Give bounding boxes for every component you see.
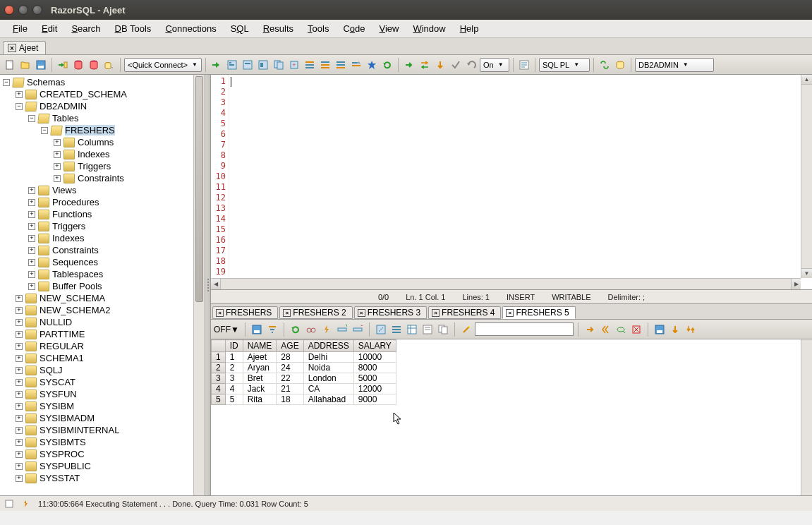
expand-icon[interactable]: + — [16, 367, 23, 374]
expand-icon[interactable]: + — [16, 331, 23, 338]
menu-code[interactable]: Code — [336, 23, 372, 34]
tree-node[interactable]: +PARTTIME — [0, 328, 205, 340]
expand-icon[interactable]: + — [28, 259, 35, 266]
cell[interactable]: 10000 — [353, 352, 396, 363]
lines-icon-2[interactable] — [318, 58, 332, 72]
tree-node[interactable]: +Constraints — [0, 244, 205, 256]
tree-node[interactable]: +SYSPUBLIC — [0, 460, 205, 472]
editor-vscroll[interactable]: ▲▼ — [801, 75, 812, 278]
expand-icon[interactable]: + — [16, 319, 23, 326]
export-icon-3[interactable] — [405, 322, 419, 337]
cell[interactable]: 8000 — [353, 363, 396, 373]
expand-icon[interactable]: + — [16, 475, 23, 482]
refresh-icon[interactable] — [380, 58, 394, 72]
profile-combo[interactable]: DB2ADMIN▼ — [635, 58, 714, 72]
tree-node[interactable]: +SYSIBMTS — [0, 436, 205, 448]
star-icon[interactable] — [365, 58, 379, 72]
column-header[interactable]: NAME — [243, 340, 277, 352]
tree-node[interactable]: +Sequences — [0, 256, 205, 268]
tree-node[interactable]: −Tables — [0, 112, 205, 124]
tree-node[interactable]: +NEW_SCHEMA2 — [0, 304, 205, 316]
nav-last-icon[interactable] — [629, 322, 643, 337]
menu-file[interactable]: File — [6, 23, 35, 34]
close-icon[interactable]: × — [216, 309, 224, 317]
cell[interactable]: 21 — [277, 384, 303, 394]
tree-node[interactable]: −FRESHERS — [0, 124, 205, 136]
db-icon-1[interactable] — [71, 58, 85, 72]
db-icon-2[interactable] — [87, 58, 101, 72]
cell[interactable]: CA — [303, 384, 353, 394]
result-search-input[interactable] — [475, 322, 574, 336]
expand-icon[interactable]: − — [16, 103, 23, 110]
editor-icon[interactable] — [517, 58, 531, 72]
tree-node[interactable]: +Tablespaces — [0, 268, 205, 280]
close-icon[interactable]: × — [283, 309, 291, 317]
cell[interactable]: Aryan — [243, 363, 277, 373]
down-icon[interactable] — [668, 322, 682, 337]
cell[interactable]: 24 — [277, 363, 303, 373]
cell[interactable]: Delhi — [303, 352, 353, 363]
expand-icon[interactable]: + — [54, 139, 61, 146]
tree-node[interactable]: +Views — [0, 184, 205, 196]
cell[interactable]: 4 — [225, 384, 243, 394]
expand-icon[interactable]: + — [16, 439, 23, 446]
sql-icon-3[interactable] — [256, 58, 270, 72]
cell[interactable]: 1 — [225, 352, 243, 363]
add-row-icon[interactable]: + — [335, 322, 349, 337]
row-header[interactable]: 1 — [212, 352, 226, 363]
tree-node[interactable]: +Functions — [0, 208, 205, 220]
cell[interactable]: 18 — [277, 394, 303, 405]
menu-sql[interactable]: SQL — [224, 23, 256, 34]
tree-node[interactable]: +SYSSTAT — [0, 472, 205, 484]
menu-view[interactable]: View — [372, 23, 406, 34]
tree-node[interactable]: +NEW_SCHEMA — [0, 292, 205, 304]
cell[interactable]: 5000 — [353, 373, 396, 384]
tree-node[interactable]: +SYSPROC — [0, 448, 205, 460]
filetab-ajeet[interactable]: × Ajeet — [3, 41, 46, 54]
expand-icon[interactable]: + — [16, 427, 23, 434]
cell[interactable]: 5 — [225, 394, 243, 405]
refresh-result-icon[interactable] — [289, 322, 303, 337]
expand-icon[interactable]: + — [16, 295, 23, 302]
run-icon-1[interactable] — [210, 58, 224, 72]
glasses-icon[interactable] — [304, 322, 318, 337]
quick-connect-combo[interactable]: <Quick Connect>▼ — [124, 58, 202, 72]
open-file-icon[interactable] — [18, 58, 32, 72]
expand-icon[interactable]: + — [28, 271, 35, 278]
new-file-icon[interactable] — [3, 58, 17, 72]
nav-next-icon[interactable] — [598, 322, 612, 337]
nav-arrow-down-icon[interactable] — [433, 58, 447, 72]
cell[interactable]: 22 — [277, 373, 303, 384]
window-minimize-button[interactable] — [18, 5, 28, 15]
column-header[interactable]: ADDRESS — [303, 340, 353, 352]
expand-icon[interactable]: − — [3, 79, 10, 86]
result-tab[interactable]: ×FRESHERS 4 — [428, 306, 501, 319]
sql-icon-1[interactable] — [225, 58, 239, 72]
menu-connections[interactable]: Connections — [158, 23, 223, 34]
tree-node[interactable]: +SYSIBMINTERNAL — [0, 424, 205, 436]
db-icon-3[interactable] — [102, 58, 116, 72]
close-icon[interactable]: × — [506, 309, 514, 317]
copy-icon[interactable] — [272, 58, 286, 72]
link-icon-1[interactable] — [598, 58, 612, 72]
result-tab[interactable]: ×FRESHERS 5 — [502, 306, 575, 319]
wand-icon[interactable] — [459, 322, 473, 337]
tree-node[interactable]: −DB2ADMIN — [0, 100, 205, 112]
menu-results[interactable]: Results — [256, 23, 301, 34]
off-combo[interactable]: OFF▼ — [214, 325, 241, 334]
expand-icon[interactable]: − — [41, 127, 48, 134]
tree-node[interactable]: +Constraints — [0, 172, 205, 184]
lines-icon-1[interactable] — [303, 58, 317, 72]
cell[interactable]: 28 — [277, 352, 303, 363]
expand-icon[interactable]: + — [28, 187, 35, 194]
link-icon-2[interactable] — [613, 58, 627, 72]
tree-node[interactable]: −Schemas — [0, 76, 205, 88]
expand-icon[interactable]: + — [16, 403, 23, 410]
expand-icon[interactable]: + — [16, 391, 23, 398]
del-row-icon[interactable]: − — [351, 322, 365, 337]
tree-node[interactable]: +NULLID — [0, 316, 205, 328]
expand-icon[interactable]: + — [28, 211, 35, 218]
expand-icon[interactable]: + — [16, 91, 23, 98]
code-editor[interactable]: 1234567891011121314151617181920 ▲▼ ◀▶ — [211, 75, 812, 290]
save-all-icon[interactable] — [653, 322, 667, 337]
